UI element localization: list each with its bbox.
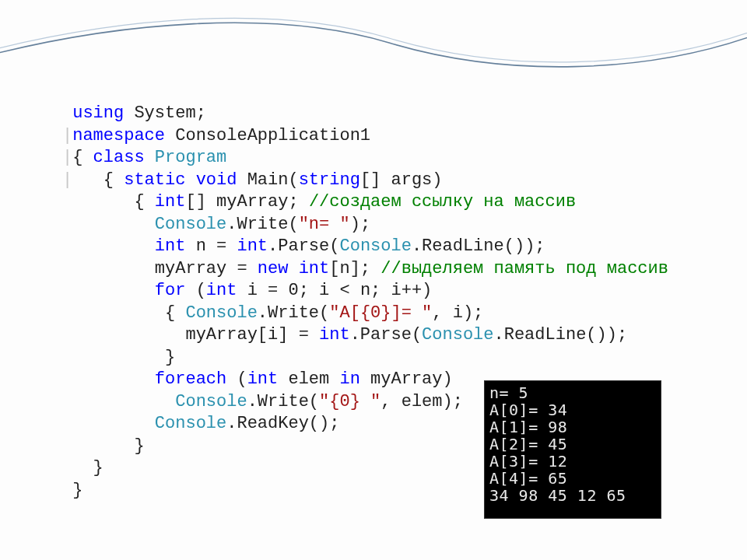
code-line: myArray = new int[n]; //выделяем память … <box>62 259 668 278</box>
code-line: Console.Write("{0} ", elem); <box>62 392 463 411</box>
console-output: n= 5 A[0]= 34 A[1]= 98 A[2]= 45 A[3]= 12… <box>484 380 661 519</box>
code-line: { int[] myArray; //создаем ссылку на мас… <box>62 192 576 212</box>
slide: using System; |namespace ConsoleApplicat… <box>0 0 747 560</box>
decorative-wave <box>0 0 747 78</box>
code-line: { Console.Write("A[{0}]= ", i); <box>62 303 483 323</box>
code-line: |{ class Program <box>62 148 226 167</box>
code-line: } <box>62 348 175 367</box>
code-line: | { static void Main(string[] args) <box>62 170 443 190</box>
code-line: int n = int.Parse(Console.ReadLine()); <box>62 236 545 256</box>
code-line: } <box>62 458 103 478</box>
code-line: } <box>62 436 145 456</box>
code-line: myArray[i] = int.Parse(Console.ReadLine(… <box>62 325 627 345</box>
code-line: foreach (int elem in myArray) <box>62 369 453 389</box>
code-line: |namespace ConsoleApplication1 <box>62 126 370 145</box>
code-line: Console.ReadKey(); <box>62 414 339 433</box>
code-line: } <box>62 481 82 500</box>
code-line: for (int i = 0; i < n; i++) <box>62 281 432 300</box>
code-line: using System; <box>62 103 206 123</box>
code-line: Console.Write("n= "); <box>62 215 370 234</box>
